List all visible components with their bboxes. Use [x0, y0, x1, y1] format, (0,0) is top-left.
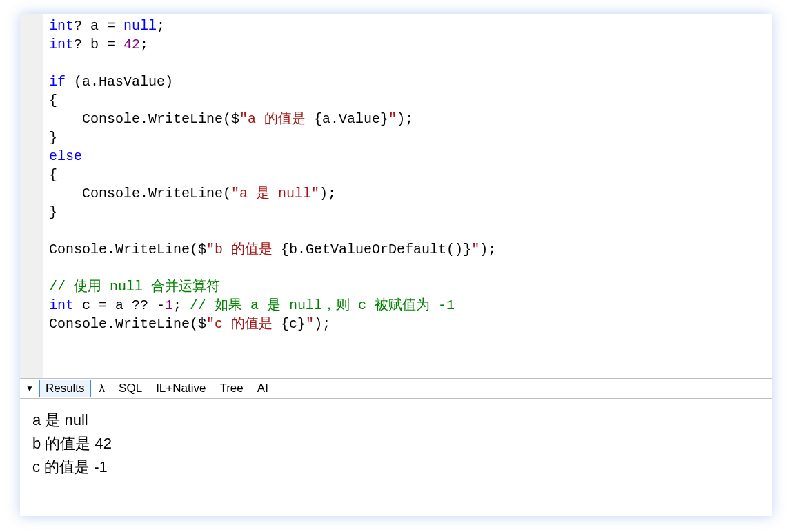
- code-token: c = a ?? -: [74, 297, 165, 313]
- code-token: ": [306, 316, 314, 332]
- tab-label-rest: I: [265, 382, 268, 395]
- code-token: c: [289, 316, 297, 332]
- code-token: ;: [157, 18, 165, 34]
- tab-label-rest: ree: [226, 382, 244, 395]
- code-token: Console.WriteLine($: [49, 242, 206, 257]
- results-tab-bar: ▼ Results λ SQL IL+Native Tree AI: [20, 378, 772, 399]
- code-token: int: [49, 297, 74, 313]
- code-token: {: [49, 167, 57, 183]
- code-token: 1: [165, 297, 173, 313]
- code-token: Console.WriteLine($: [49, 316, 206, 332]
- code-token: ;: [140, 37, 148, 52]
- code-token: }: [380, 111, 388, 127]
- tab-hotkey: T: [219, 382, 226, 395]
- code-token: // 使用 null 合并运算符: [49, 279, 220, 295]
- code-token: null: [123, 18, 157, 34]
- code-token: {: [49, 92, 57, 108]
- tab-label-rest: esults: [54, 382, 84, 395]
- code-token: );: [314, 316, 330, 332]
- code-token: "b 的值是: [206, 242, 281, 257]
- tab-hotkey: S: [119, 382, 126, 395]
- code-token: ?: [74, 18, 82, 34]
- code-token: }: [49, 204, 57, 220]
- code-token: Console.WriteLine($: [49, 111, 239, 127]
- tab-sql[interactable]: SQL: [113, 380, 148, 397]
- tab-hotkey: A: [257, 382, 265, 395]
- code-token: {: [281, 316, 289, 332]
- tab-il-native[interactable]: IL+Native: [150, 380, 211, 397]
- code-token: else: [49, 148, 82, 164]
- code-token: ": [471, 242, 479, 257]
- code-content[interactable]: int? a = null; int? b = 42; if (a.HasVal…: [43, 14, 496, 378]
- code-token: ": [388, 111, 397, 127]
- code-token: {: [314, 111, 322, 127]
- editor-window: int? a = null; int? b = 42; if (a.HasVal…: [20, 14, 772, 516]
- code-token: (a.HasValue): [66, 74, 173, 90]
- code-token: "c 的值是: [206, 316, 281, 332]
- code-token: Console.WriteLine(: [49, 186, 231, 201]
- results-panel: a 是 null b 的值是 42 c 的值是 -1: [20, 399, 772, 516]
- code-token: "a 的值是: [239, 111, 314, 127]
- code-token: }: [49, 130, 57, 146]
- code-editor[interactable]: int? a = null; int? b = 42; if (a.HasVal…: [20, 14, 772, 378]
- code-token: {: [281, 242, 289, 257]
- code-token: if: [49, 74, 66, 90]
- code-token: int: [49, 18, 74, 34]
- code-token: // 如果 a 是 null，则 c 被赋值为 -1: [190, 297, 455, 313]
- code-token: }: [463, 242, 471, 257]
- tab-lambda[interactable]: λ: [94, 380, 111, 397]
- collapse-toggle-icon[interactable]: ▼: [26, 384, 34, 393]
- line-number-gutter: [20, 14, 43, 378]
- code-token: }: [297, 316, 306, 332]
- code-token: "a 是 null": [231, 186, 319, 201]
- code-token: );: [479, 242, 496, 257]
- code-token: ?: [74, 37, 82, 52]
- tab-label-rest: QL: [126, 382, 142, 395]
- tab-label-rest: L+Native: [159, 382, 206, 395]
- tab-tree[interactable]: Tree: [214, 380, 248, 397]
- code-token: );: [397, 111, 413, 127]
- code-token: a =: [82, 18, 123, 34]
- code-token: a.Value: [322, 111, 380, 127]
- output-line: c 的值是 -1: [32, 455, 760, 479]
- tab-ai[interactable]: AI: [252, 380, 274, 397]
- code-token: b.GetValueOrDefault(): [289, 242, 463, 257]
- code-token: 42: [123, 37, 140, 52]
- code-token: ;: [173, 297, 190, 313]
- tab-results[interactable]: Results: [39, 380, 91, 397]
- output-line: b 的值是 42: [32, 432, 760, 455]
- output-line: a 是 null: [32, 408, 760, 432]
- code-token: );: [319, 186, 336, 201]
- code-token: int: [49, 37, 74, 52]
- code-token: b =: [82, 37, 123, 52]
- tab-hotkey: R: [46, 382, 54, 395]
